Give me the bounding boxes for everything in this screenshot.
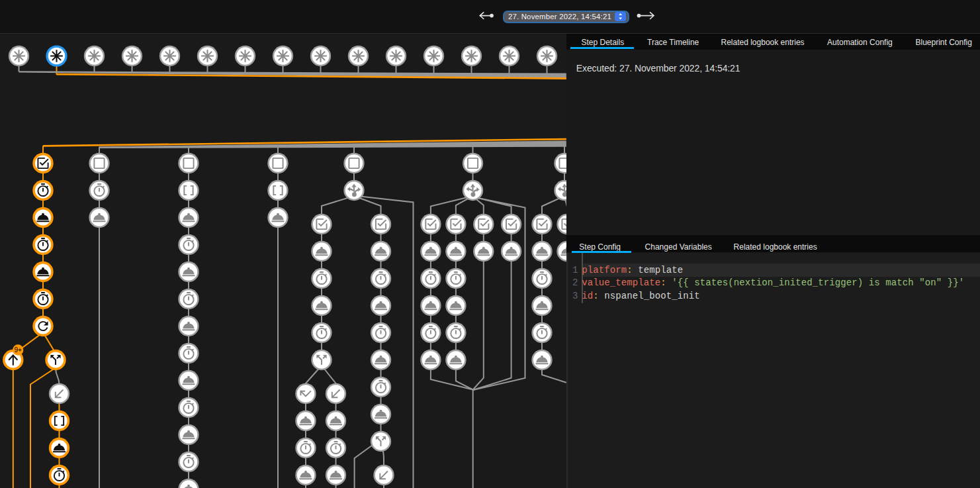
svg-text:9+: 9+ xyxy=(14,346,22,354)
